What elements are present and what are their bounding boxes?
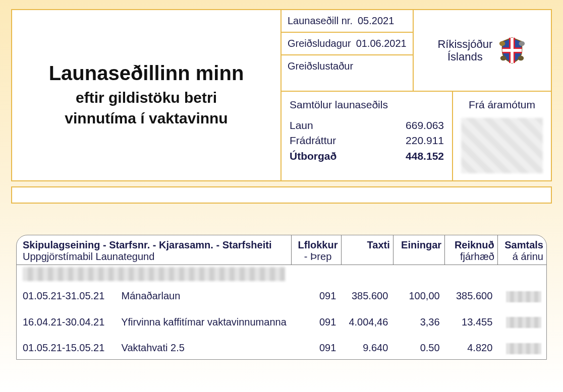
redacted-org-line (23, 267, 285, 281)
row-fjarhaed: 385.600 (445, 281, 498, 307)
row-einingar: 100,00 (393, 281, 444, 307)
summary-row-laun: Laun 669.063 (290, 118, 444, 133)
table-row: 01.05.21-15.05.21 Vaktahvati 2.5 091 9.6… (17, 333, 546, 359)
row-fjarhaed: 4.820 (445, 333, 498, 359)
paypoint-label: Greiðslustaður (288, 60, 353, 86)
paydate-label: Greiðsludagur (288, 38, 351, 49)
coat-of-arms-icon (497, 36, 527, 65)
slip-number-label: Launaseðill nr. (288, 15, 353, 27)
th-col5-line2: fjárhæð (451, 251, 494, 263)
issuer-line1: Ríkissjóður (437, 38, 492, 50)
summary-total-value: 448.152 (406, 149, 444, 164)
th-col2-line1: Lflokkur (298, 239, 338, 250)
summary-label: Frádráttur (290, 133, 336, 148)
redacted-value (506, 343, 541, 354)
summary-total-label: Útborgað (290, 149, 336, 164)
row-taxti: 4.004,46 (341, 307, 393, 334)
row-period: 01.05.21-15.05.21 (23, 342, 119, 354)
title-sub-line1: eftir gildistöku betri (76, 89, 217, 106)
ytd-panel: Frá áramótum (453, 92, 551, 180)
summary-panel: Samtölur launaseðils Laun 669.063 Frádrá… (282, 92, 453, 180)
title-main: Launaseðillinn minn (49, 62, 244, 85)
slip-number-value: 05.2021 (358, 15, 394, 27)
th-col2-line2: - Þrep (298, 251, 338, 263)
redacted-value (506, 291, 541, 302)
pay-items-table: Skipulagseining - Starfsnr. - Kjarasamn.… (17, 235, 546, 359)
summary-row-utborgad: Útborgað 448.152 (290, 149, 444, 164)
header-right-column: Launaseðill nr. 05.2021 Greiðsludagur 01… (280, 10, 551, 180)
th-col6-line1: Samtals (504, 239, 543, 250)
summary-value: 220.911 (406, 133, 444, 148)
svg-rect-3 (502, 49, 522, 52)
row-taxti: 385.600 (341, 281, 393, 307)
separator-bar (11, 186, 552, 204)
paydate-value: 01.06.2021 (356, 38, 407, 49)
table-row: 16.04.21-30.04.21 Yfirvinna kaffitímar v… (17, 307, 546, 334)
row-fjarhaed: 13.455 (445, 307, 498, 334)
line-items-section: Skipulagseining - Starfsnr. - Kjarasamn.… (11, 235, 552, 360)
svg-point-5 (519, 41, 525, 46)
summary-row-fradrattur: Frádráttur 220.911 (290, 133, 444, 148)
row-lflokkur: 091 (292, 281, 342, 307)
redacted-value (506, 317, 541, 328)
issuer-cell: Ríkissjóður Íslands (413, 10, 551, 92)
row-lflokkur: 091 (292, 333, 342, 359)
th-col6-line2: á árinu (504, 251, 543, 263)
ytd-heading: Frá áramótum (461, 99, 543, 111)
svg-point-7 (518, 56, 524, 61)
row-type: Yfirvinna kaffitímar vaktavinnumanna (121, 316, 287, 328)
row-einingar: 0.50 (393, 333, 444, 359)
row-taxti: 9.640 (341, 333, 393, 359)
slip-number-cell: Launaseðill nr. 05.2021 (280, 10, 413, 33)
svg-point-4 (499, 41, 505, 46)
issuer-name: Ríkissjóður Íslands (437, 38, 492, 63)
row-period: 16.04.21-30.04.21 (23, 316, 119, 328)
payslip-header-box: Launaseðillinn minn eftir gildistöku bet… (11, 9, 552, 181)
title-panel: Launaseðillinn minn eftir gildistöku bet… (12, 10, 280, 180)
th-col3: Taxti (367, 239, 390, 250)
row-lflokkur: 091 (292, 307, 342, 334)
table-row: 01.05.21-31.05.21 Mánaðarlaun 091 385.60… (17, 281, 546, 307)
row-period: 01.05.21-31.05.21 (23, 290, 119, 302)
payslip-document: Launaseðillinn minn eftir gildistöku bet… (0, 0, 563, 360)
th-col5-line1: Reiknuð (455, 239, 494, 250)
row-type: Mánaðarlaun (122, 290, 181, 301)
summary-value: 669.063 (406, 118, 444, 133)
th-col1-line2: Uppgjörstímabil Launategund (23, 251, 288, 263)
summary-label: Laun (290, 118, 313, 133)
paydate-cell: Greiðsludagur 01.06.2021 (280, 33, 413, 55)
th-col4: Einingar (401, 239, 441, 250)
issuer-line2: Íslands (447, 50, 483, 63)
table-header: Skipulagseining - Starfsnr. - Kjarasamn.… (17, 235, 546, 265)
row-type: Vaktahvati 2.5 (122, 342, 185, 353)
svg-point-6 (500, 56, 506, 61)
redacted-block (461, 118, 543, 173)
title-sub-line2: vinnutíma í vaktavinnu (65, 110, 228, 126)
paypoint-cell: Greiðslustaður (280, 55, 413, 92)
th-col1-line1: Skipulagseining - Starfsnr. - Kjarasamn.… (23, 239, 271, 250)
summary-heading: Samtölur launaseðils (290, 99, 444, 111)
row-einingar: 3,36 (393, 307, 444, 334)
title-subtitle: eftir gildistöku betri vinnutíma í vakta… (65, 88, 228, 128)
